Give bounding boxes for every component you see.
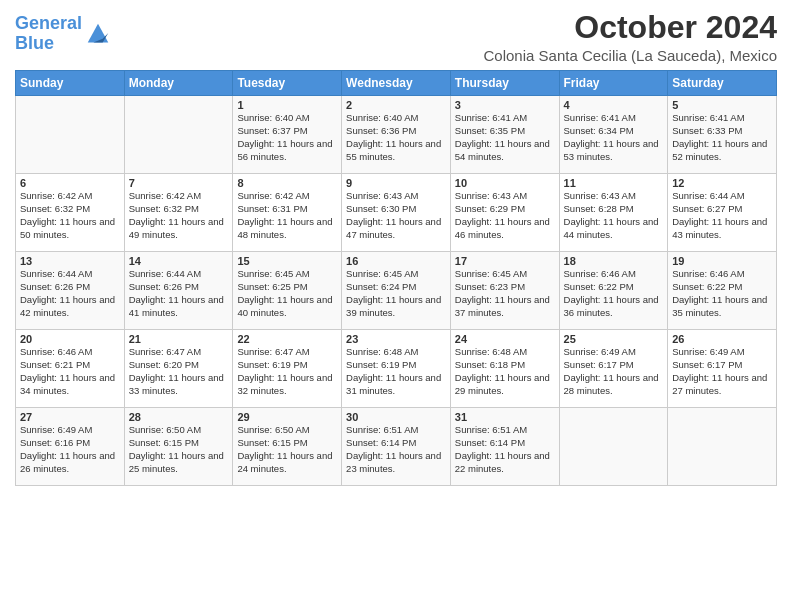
logo-general: General — [15, 13, 82, 33]
day-number: 9 — [346, 177, 446, 189]
cell-line: Daylight: 11 hours and 25 minutes. — [129, 450, 224, 474]
day-number: 12 — [672, 177, 772, 189]
cell-line: Sunrise: 6:51 AM — [346, 424, 418, 435]
cell-line: Daylight: 11 hours and 56 minutes. — [237, 138, 332, 162]
calendar-cell: 14Sunrise: 6:44 AMSunset: 6:26 PMDayligh… — [124, 252, 233, 330]
day-number: 31 — [455, 411, 555, 423]
calendar-cell: 23Sunrise: 6:48 AMSunset: 6:19 PMDayligh… — [342, 330, 451, 408]
cell-line: Sunrise: 6:43 AM — [346, 190, 418, 201]
logo-icon — [84, 20, 112, 48]
cell-line: Daylight: 11 hours and 35 minutes. — [672, 294, 767, 318]
day-header-sunday: Sunday — [16, 71, 125, 96]
cell-line: Daylight: 11 hours and 26 minutes. — [20, 450, 115, 474]
day-number: 10 — [455, 177, 555, 189]
cell-line: Sunset: 6:32 PM — [20, 203, 90, 214]
logo-text: General Blue — [15, 14, 82, 54]
day-number: 5 — [672, 99, 772, 111]
day-header-friday: Friday — [559, 71, 668, 96]
cell-line: Sunset: 6:16 PM — [20, 437, 90, 448]
cell-line: Sunset: 6:23 PM — [455, 281, 525, 292]
cell-content: Sunrise: 6:46 AMSunset: 6:21 PMDaylight:… — [20, 346, 120, 397]
cell-line: Sunset: 6:37 PM — [237, 125, 307, 136]
cell-line: Sunset: 6:29 PM — [455, 203, 525, 214]
cell-line: Daylight: 11 hours and 55 minutes. — [346, 138, 441, 162]
cell-line: Sunset: 6:15 PM — [129, 437, 199, 448]
cell-line: Daylight: 11 hours and 31 minutes. — [346, 372, 441, 396]
day-number: 24 — [455, 333, 555, 345]
day-number: 25 — [564, 333, 664, 345]
cell-content: Sunrise: 6:40 AMSunset: 6:36 PMDaylight:… — [346, 112, 446, 163]
day-number: 6 — [20, 177, 120, 189]
day-number: 7 — [129, 177, 229, 189]
cell-line: Sunrise: 6:40 AM — [237, 112, 309, 123]
cell-line: Sunrise: 6:41 AM — [455, 112, 527, 123]
cell-line: Daylight: 11 hours and 22 minutes. — [455, 450, 550, 474]
day-number: 2 — [346, 99, 446, 111]
cell-content: Sunrise: 6:48 AMSunset: 6:19 PMDaylight:… — [346, 346, 446, 397]
cell-line: Sunrise: 6:43 AM — [455, 190, 527, 201]
calendar-cell: 11Sunrise: 6:43 AMSunset: 6:28 PMDayligh… — [559, 174, 668, 252]
calendar-week-3: 13Sunrise: 6:44 AMSunset: 6:26 PMDayligh… — [16, 252, 777, 330]
calendar-cell: 12Sunrise: 6:44 AMSunset: 6:27 PMDayligh… — [668, 174, 777, 252]
cell-content: Sunrise: 6:51 AMSunset: 6:14 PMDaylight:… — [346, 424, 446, 475]
cell-line: Sunset: 6:35 PM — [455, 125, 525, 136]
cell-line: Sunrise: 6:41 AM — [564, 112, 636, 123]
cell-line: Sunrise: 6:48 AM — [455, 346, 527, 357]
calendar-week-4: 20Sunrise: 6:46 AMSunset: 6:21 PMDayligh… — [16, 330, 777, 408]
calendar-week-1: 1Sunrise: 6:40 AMSunset: 6:37 PMDaylight… — [16, 96, 777, 174]
cell-line: Sunset: 6:19 PM — [346, 359, 416, 370]
day-number: 30 — [346, 411, 446, 423]
cell-line: Sunset: 6:19 PM — [237, 359, 307, 370]
calendar-cell: 9Sunrise: 6:43 AMSunset: 6:30 PMDaylight… — [342, 174, 451, 252]
cell-line: Sunset: 6:26 PM — [129, 281, 199, 292]
cell-line: Sunrise: 6:44 AM — [129, 268, 201, 279]
calendar-cell: 25Sunrise: 6:49 AMSunset: 6:17 PMDayligh… — [559, 330, 668, 408]
calendar-cell: 18Sunrise: 6:46 AMSunset: 6:22 PMDayligh… — [559, 252, 668, 330]
cell-line: Sunset: 6:18 PM — [455, 359, 525, 370]
day-number: 3 — [455, 99, 555, 111]
cell-line: Sunrise: 6:45 AM — [346, 268, 418, 279]
cell-line: Sunset: 6:36 PM — [346, 125, 416, 136]
day-number: 19 — [672, 255, 772, 267]
calendar-cell: 6Sunrise: 6:42 AMSunset: 6:32 PMDaylight… — [16, 174, 125, 252]
cell-content: Sunrise: 6:45 AMSunset: 6:24 PMDaylight:… — [346, 268, 446, 319]
cell-content: Sunrise: 6:42 AMSunset: 6:31 PMDaylight:… — [237, 190, 337, 241]
cell-line: Sunrise: 6:42 AM — [20, 190, 92, 201]
cell-line: Sunset: 6:20 PM — [129, 359, 199, 370]
calendar-cell: 16Sunrise: 6:45 AMSunset: 6:24 PMDayligh… — [342, 252, 451, 330]
day-number: 22 — [237, 333, 337, 345]
day-number: 11 — [564, 177, 664, 189]
calendar-cell: 8Sunrise: 6:42 AMSunset: 6:31 PMDaylight… — [233, 174, 342, 252]
cell-content: Sunrise: 6:42 AMSunset: 6:32 PMDaylight:… — [20, 190, 120, 241]
calendar-cell: 7Sunrise: 6:42 AMSunset: 6:32 PMDaylight… — [124, 174, 233, 252]
calendar-cell: 5Sunrise: 6:41 AMSunset: 6:33 PMDaylight… — [668, 96, 777, 174]
page: General Blue October 2024 Colonia Santa … — [0, 0, 792, 612]
calendar-cell: 3Sunrise: 6:41 AMSunset: 6:35 PMDaylight… — [450, 96, 559, 174]
cell-line: Sunset: 6:33 PM — [672, 125, 742, 136]
page-title: October 2024 — [484, 10, 778, 45]
cell-line: Sunset: 6:26 PM — [20, 281, 90, 292]
cell-line: Sunset: 6:28 PM — [564, 203, 634, 214]
cell-line: Sunrise: 6:45 AM — [237, 268, 309, 279]
calendar-cell: 1Sunrise: 6:40 AMSunset: 6:37 PMDaylight… — [233, 96, 342, 174]
svg-marker-0 — [88, 24, 109, 43]
header: General Blue October 2024 Colonia Santa … — [15, 10, 777, 64]
cell-line: Daylight: 11 hours and 52 minutes. — [672, 138, 767, 162]
cell-line: Sunset: 6:17 PM — [672, 359, 742, 370]
cell-content: Sunrise: 6:46 AMSunset: 6:22 PMDaylight:… — [672, 268, 772, 319]
calendar-cell: 4Sunrise: 6:41 AMSunset: 6:34 PMDaylight… — [559, 96, 668, 174]
cell-line: Sunset: 6:14 PM — [455, 437, 525, 448]
day-number: 21 — [129, 333, 229, 345]
title-block: October 2024 Colonia Santa Cecilia (La S… — [484, 10, 778, 64]
day-number: 29 — [237, 411, 337, 423]
cell-line: Sunset: 6:30 PM — [346, 203, 416, 214]
cell-line: Sunrise: 6:49 AM — [564, 346, 636, 357]
cell-line: Sunset: 6:15 PM — [237, 437, 307, 448]
day-number: 13 — [20, 255, 120, 267]
cell-content: Sunrise: 6:40 AMSunset: 6:37 PMDaylight:… — [237, 112, 337, 163]
cell-line: Daylight: 11 hours and 40 minutes. — [237, 294, 332, 318]
cell-content: Sunrise: 6:41 AMSunset: 6:35 PMDaylight:… — [455, 112, 555, 163]
day-number: 14 — [129, 255, 229, 267]
cell-line: Daylight: 11 hours and 39 minutes. — [346, 294, 441, 318]
cell-content: Sunrise: 6:49 AMSunset: 6:17 PMDaylight:… — [564, 346, 664, 397]
